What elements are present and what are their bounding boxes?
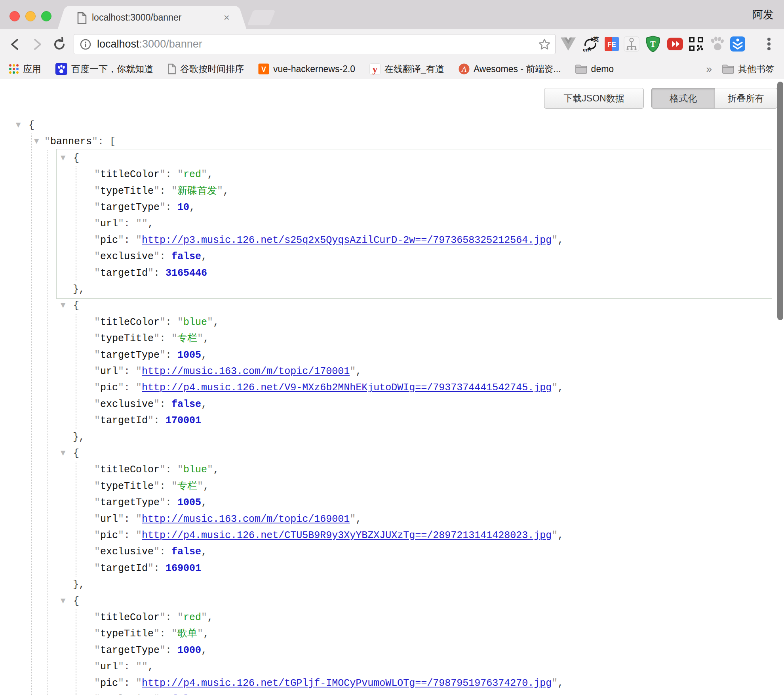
- collapse-triangle-icon[interactable]: ▼: [61, 297, 65, 313]
- json-key: pic: [100, 678, 118, 689]
- json-token: ": [207, 317, 213, 328]
- tab-close-icon[interactable]: ×: [224, 6, 230, 29]
- json-key: typeTitle: [100, 481, 154, 492]
- paw-icon[interactable]: [708, 35, 726, 53]
- json-row: "exclusive": false,: [94, 544, 207, 560]
- json-link[interactable]: http://music.163.com/m/topic/169001: [142, 514, 350, 525]
- json-row: ▼{: [73, 593, 79, 609]
- json-token: ,: [356, 514, 362, 525]
- tree-guide-line: [76, 609, 76, 695]
- collapse-triangle-icon[interactable]: ▼: [61, 592, 65, 609]
- json-token: ": [118, 235, 124, 246]
- minimize-window-button[interactable]: [25, 11, 36, 21]
- org-chart-icon[interactable]: [622, 35, 641, 53]
- json-link[interactable]: http://music.163.com/m/topic/170001: [142, 366, 350, 377]
- url-bar[interactable]: localhost:3000/banner: [74, 34, 556, 54]
- json-link[interactable]: http://p4.music.126.net/tGPljf-IMOCyPvum…: [142, 678, 552, 689]
- bookmark-demo-folder[interactable]: demo: [575, 64, 614, 74]
- cloud-note-icon[interactable]: [729, 35, 747, 53]
- json-token: ": [136, 366, 142, 377]
- json-token: ,: [189, 202, 195, 213]
- json-token: ": [197, 628, 203, 640]
- json-token: ": [160, 497, 166, 508]
- scrollbar-thumb[interactable]: [777, 82, 783, 320]
- bookmarks-bar: 应用 百度一下，你就知道 谷歌按时间排序 V vue-ha: [0, 59, 784, 79]
- json-link[interactable]: http://p4.music.126.net/V9-MXz6b2MNhEKju…: [142, 382, 552, 393]
- json-token: ": [118, 530, 124, 541]
- bookmark-youdao[interactable]: y 在线翻译_有道: [369, 63, 444, 75]
- json-key: pic: [100, 530, 118, 541]
- bookmarks-overflow-chevron[interactable]: »: [706, 63, 712, 75]
- json-token: ": [177, 169, 183, 180]
- json-token: ,: [203, 628, 209, 640]
- fe-icon[interactable]: FE: [603, 35, 621, 53]
- back-icon[interactable]: [7, 36, 23, 52]
- other-bookmarks-folder[interactable]: 其他书签: [722, 63, 774, 75]
- json-token: ": [177, 464, 183, 475]
- json-token: ,: [558, 678, 563, 689]
- bookmark-vue-hackernews[interactable]: V vue-hackernews-2.0: [258, 63, 355, 74]
- url-host: localhost: [97, 38, 139, 50]
- json-token: ": [94, 661, 100, 672]
- json-token: :: [160, 481, 171, 492]
- json-token: ,: [223, 185, 229, 197]
- collapse-triangle-icon[interactable]: ▼: [61, 445, 65, 461]
- json-value-string: 专栏: [177, 333, 197, 344]
- json-token: ": [94, 382, 100, 393]
- json-row: "targetType": 1000,: [94, 642, 207, 659]
- json-token: ": [171, 185, 177, 197]
- collapse-triangle-icon[interactable]: ▼: [34, 133, 39, 149]
- json-token: :: [166, 169, 177, 180]
- json-link[interactable]: http://p3.music.126.net/s25q2x5QyqsAzilC…: [142, 235, 552, 246]
- fullscreen-window-button[interactable]: [41, 11, 51, 21]
- json-token: ": [217, 185, 223, 197]
- bookmark-baidu[interactable]: 百度一下，你就知道: [55, 63, 153, 75]
- bookmark-star-icon[interactable]: [538, 38, 551, 53]
- vue-devtools-icon[interactable]: [559, 35, 577, 53]
- shield-icon[interactable]: T: [644, 35, 662, 53]
- json-token: ": [136, 514, 142, 525]
- json-value-string: red: [183, 612, 201, 623]
- json-token: :: [166, 612, 177, 623]
- json-token: ": [118, 366, 124, 377]
- json-token: ": [94, 202, 100, 213]
- bookmark-apps[interactable]: 应用: [9, 63, 41, 75]
- json-token: ": [148, 267, 154, 279]
- json-key: typeTitle: [100, 185, 154, 197]
- json-row: "exclusive": false,: [94, 248, 207, 265]
- close-window-button[interactable]: [10, 11, 20, 21]
- profile-name[interactable]: 阿发: [752, 0, 774, 29]
- bookmark-google-sort[interactable]: 谷歌按时间排序: [167, 63, 244, 75]
- json-row: },: [73, 577, 85, 593]
- json-token: :: [124, 235, 136, 246]
- shield-letter: T: [650, 40, 656, 48]
- page-info-icon[interactable]: [80, 38, 91, 52]
- reload-icon[interactable]: [51, 36, 67, 52]
- bookmark-awesomes[interactable]: A Awesomes - 前端资...: [459, 63, 561, 75]
- json-token: ": [160, 612, 166, 623]
- video-downloader-icon[interactable]: [666, 35, 684, 53]
- json-token: ": [118, 382, 124, 393]
- browser-menu-icon[interactable]: [761, 35, 777, 53]
- json-token: {: [29, 120, 34, 131]
- json-link[interactable]: http://p4.music.126.net/CTU5B9R9y3XyYBZX…: [142, 530, 552, 541]
- forward-icon[interactable]: [29, 36, 45, 52]
- browser-tab[interactable]: localhost:3000/banner ×: [67, 6, 237, 29]
- qr-code-icon[interactable]: [687, 35, 705, 53]
- bookmark-label: 百度一下，你就知道: [71, 63, 153, 75]
- tree-guide-line: [31, 134, 32, 695]
- url-text: localhost:3000/banner: [97, 34, 202, 54]
- collapse-triangle-icon[interactable]: ▼: [16, 116, 21, 133]
- json-key: titleColor: [100, 169, 160, 180]
- json-token: ": [160, 202, 166, 213]
- translate-icon[interactable]: 英 en: [581, 35, 599, 53]
- collapse-triangle-icon[interactable]: ▼: [61, 149, 65, 166]
- json-token: :: [124, 366, 136, 377]
- new-tab-button[interactable]: [247, 10, 275, 25]
- json-key: url: [100, 661, 118, 672]
- json-value-number: 3165446: [166, 267, 207, 279]
- json-token: ": [552, 530, 558, 541]
- json-row: ▼{: [73, 445, 79, 462]
- json-token: ": [118, 661, 124, 672]
- json-token: ,: [207, 612, 213, 623]
